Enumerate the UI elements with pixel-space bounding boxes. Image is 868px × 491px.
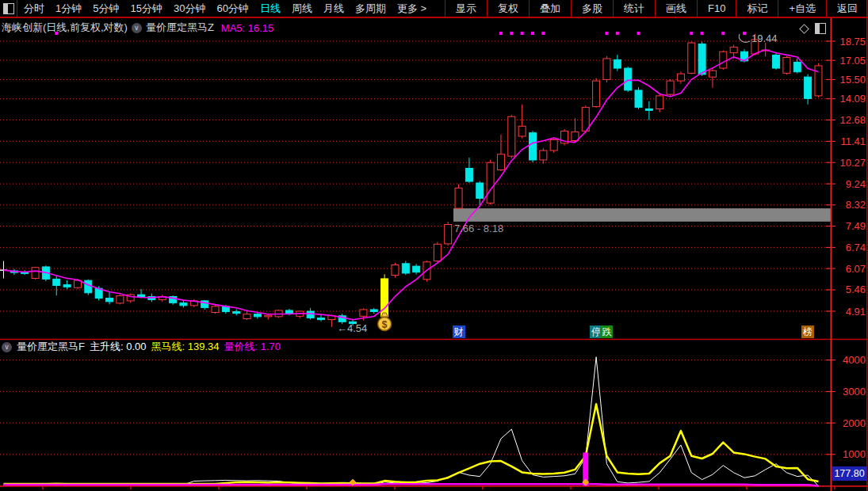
candle (434, 244, 441, 261)
candle (63, 285, 71, 287)
sub-panel-title: 量价厘定黑马F (17, 340, 85, 354)
candle (392, 265, 399, 275)
candle (138, 295, 145, 296)
gap-band (453, 208, 831, 222)
y-axis-label: 9.24 (846, 178, 866, 190)
candle (540, 150, 547, 160)
signal-dot-marker (701, 32, 704, 35)
candle (635, 90, 642, 108)
candle (625, 68, 632, 90)
y-axis-label: 15.50 (839, 74, 866, 86)
candle (656, 96, 663, 109)
signal-dot-marker (721, 32, 725, 35)
y-axis-label: 10.27 (839, 157, 866, 169)
event-label-3[interactable]: 榜 (801, 325, 814, 338)
y-axis-label: 11.41 (840, 135, 866, 147)
y-axis-label: 7.49 (846, 220, 866, 232)
low-price-callout: ←4.54 (337, 322, 367, 334)
money-bag-icon: $ (378, 313, 392, 331)
legend-heimaxian: 黑马线: 139.34 (151, 340, 220, 354)
signal-dot-marker (510, 32, 513, 35)
candle (709, 70, 716, 77)
left-arrow-icon: ← (337, 322, 347, 334)
sub-panel-header: ∨ 量价厘定黑马F 主升线: 0.00 黑马线: 139.34 量价线: 1.7… (2, 340, 281, 354)
candle (698, 44, 705, 74)
stock-title: 海峡创新(日线,前复权,对数) (2, 21, 128, 35)
candle (645, 108, 652, 110)
signal-dot-marker (690, 32, 693, 35)
candle (360, 310, 367, 316)
candle (688, 43, 695, 73)
signal-dot-marker (605, 32, 608, 35)
candle (614, 59, 621, 68)
sub-y-axis-label: 4000 (843, 354, 866, 366)
candle (603, 59, 610, 79)
y-axis-label: 6.07 (846, 263, 866, 275)
indicator-dropdown-icon[interactable]: ∨ (132, 23, 142, 33)
signal-dot-marker (541, 32, 545, 35)
candle (318, 318, 325, 319)
indicator-name: 量价厘定黑马Z (146, 21, 214, 35)
candle (413, 266, 420, 272)
y-axis-label: 6.74 (846, 242, 866, 253)
candle (233, 312, 240, 314)
candle (180, 303, 187, 306)
y-axis-label: 17.05 (839, 55, 866, 67)
legend-liangjiaxian: 量价线: 1.70 (224, 340, 281, 354)
candle (487, 162, 494, 203)
candle (32, 268, 39, 279)
candle (21, 272, 29, 273)
sub-y-axis-label: 3000 (843, 386, 866, 398)
y-axis-label: 8.32 (846, 199, 866, 211)
event-label-2[interactable]: 跌 (600, 325, 613, 338)
candle (677, 74, 684, 81)
candle (783, 57, 790, 73)
sub-y-axis-label: 2000 (843, 417, 866, 429)
sub-y-axis-label: 1000 (843, 448, 866, 460)
sub-series-黑马线 (4, 404, 819, 484)
diamond-mark-icon[interactable] (799, 24, 809, 34)
candle (593, 81, 600, 107)
signal-dot-marker (743, 32, 746, 35)
candle (254, 314, 261, 317)
candle (455, 188, 462, 208)
y-axis-label: 18.75 (839, 36, 866, 48)
y-axis-label: 5.46 (846, 284, 866, 295)
legend-zhushengxian: 主升线: 0.00 (90, 340, 147, 354)
candle (117, 296, 124, 303)
candle (815, 66, 822, 96)
candle (106, 298, 113, 301)
high-price-callout: 19.44 (751, 32, 778, 44)
candle (445, 225, 452, 244)
signal-dot-marker (521, 32, 524, 35)
candle (265, 315, 272, 317)
candle (550, 139, 557, 150)
svg-text:$: $ (382, 319, 388, 330)
signal-dot-marker (637, 32, 640, 35)
price-chart-canvas[interactable]: 18.7517.0515.5014.0912.6811.4110.279.248… (0, 0, 868, 491)
event-label-0[interactable]: 财 (453, 325, 465, 338)
ma5-line (4, 50, 819, 320)
candle (497, 154, 504, 170)
signal-dot-marker (531, 32, 534, 35)
candle (370, 310, 377, 312)
candle (243, 314, 250, 319)
candle (212, 306, 219, 313)
high-callout-curve (739, 34, 750, 42)
ma5-value: MA5: 16.15 (221, 22, 274, 34)
candle (85, 280, 92, 293)
sub-series-主升线 (4, 357, 819, 486)
candle (476, 183, 484, 198)
candle (402, 264, 409, 273)
last-value-readout: 177.80 (832, 466, 867, 481)
candle (805, 77, 812, 98)
pane-layout-icon[interactable] (815, 23, 826, 34)
sub-indicator-dropdown-icon[interactable]: ∨ (2, 342, 12, 352)
candle (793, 62, 801, 71)
candle (773, 55, 780, 69)
signal-dot-marker (616, 32, 619, 35)
signal-dot-marker (499, 32, 503, 35)
candle (285, 310, 293, 314)
candle (720, 51, 727, 68)
chart-header: 海峡创新(日线,前复权,对数) ∨ 量价厘定黑马Z MA5: 16.15 (2, 21, 273, 35)
